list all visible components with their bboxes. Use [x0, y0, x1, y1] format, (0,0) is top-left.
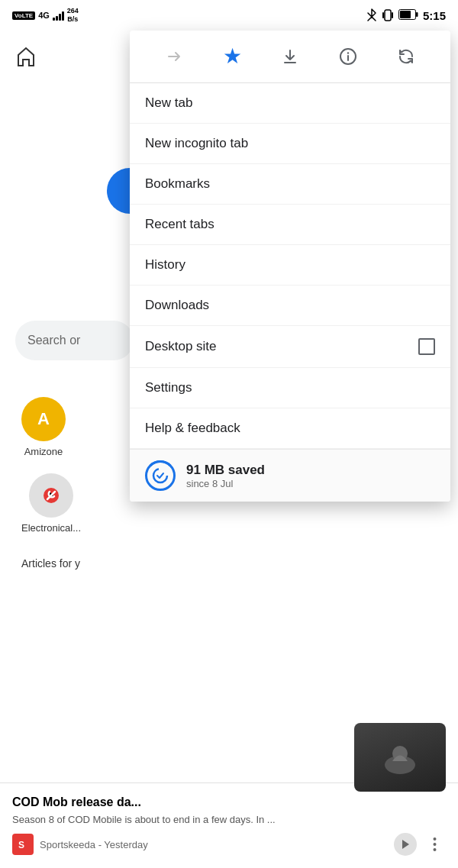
- downloads-label: Downloads: [145, 298, 209, 313]
- savings-icon: [145, 460, 176, 491]
- new-incognito-tab-label: New incognito tab: [145, 136, 248, 151]
- desktop-site-label: Desktop site: [145, 339, 217, 354]
- settings-label: Settings: [145, 380, 192, 395]
- svg-point-13: [433, 848, 436, 851]
- forward-icon: [166, 48, 182, 65]
- wrench-icon: [40, 484, 63, 507]
- more-dots-icon: [433, 837, 437, 852]
- amizone-letter: A: [37, 409, 50, 429]
- new-tab-label: New tab: [145, 95, 192, 111]
- article-image-placeholder: [377, 738, 423, 776]
- article-title: COD Mob release da...: [12, 795, 347, 809]
- svg-rect-2: [392, 12, 393, 18]
- app-shortcut-amizone[interactable]: A Amizone: [21, 397, 66, 457]
- menu-item-settings[interactable]: Settings: [130, 368, 450, 408]
- savings-amount: 91 MB saved: [186, 463, 265, 478]
- data-speed: 264B/s: [67, 7, 79, 24]
- source-name: Sportskeeda: [40, 839, 95, 850]
- volte-badge: VoLTE: [12, 11, 35, 20]
- article-description: Season 8 of COD Mobile is about to end i…: [12, 814, 347, 825]
- menu-item-bookmarks[interactable]: Bookmarks: [130, 164, 450, 205]
- history-label: History: [145, 257, 185, 273]
- browser-menu-dropdown: ★ New tab New incognito tab Bookmarks: [130, 31, 450, 502]
- savings-section: 91 MB saved since 8 Jul: [130, 449, 450, 502]
- electronical-icon: [29, 473, 73, 518]
- search-bar[interactable]: Search or: [15, 321, 134, 360]
- refresh-icon: [397, 47, 415, 66]
- electronical-label: Electronical...: [21, 522, 81, 534]
- recent-tabs-label: Recent tabs: [145, 217, 214, 232]
- refresh-button[interactable]: [392, 43, 420, 70]
- bookmark-button[interactable]: ★: [218, 43, 246, 70]
- svg-rect-1: [382, 12, 384, 18]
- bookmark-star-icon: ★: [223, 46, 242, 67]
- signal-bar-4: [62, 11, 64, 21]
- signal-bar-2: [56, 16, 58, 21]
- savings-check-icon: [152, 467, 169, 484]
- svg-point-12: [433, 843, 436, 846]
- time-display: 5:15: [423, 9, 446, 22]
- menu-item-new-tab[interactable]: New tab: [130, 83, 450, 124]
- signal-bars: [53, 10, 64, 21]
- svg-rect-5: [400, 11, 411, 18]
- play-button[interactable]: [394, 833, 417, 856]
- svg-point-17: [153, 469, 167, 482]
- menu-item-recent-tabs[interactable]: Recent tabs: [130, 205, 450, 245]
- bookmarks-label: Bookmarks: [145, 176, 210, 192]
- amizone-icon: A: [21, 397, 66, 441]
- app-shortcut-electronical[interactable]: Electronical...: [21, 473, 81, 534]
- desktop-site-checkbox[interactable]: [418, 338, 435, 355]
- battery-level: [398, 9, 418, 22]
- signal-bar-1: [53, 18, 55, 21]
- article-source: Sportskeeda - Yesterday: [40, 839, 388, 850]
- home-icon: [12, 43, 40, 70]
- status-bar: VoLTE 4G 264B/s 5:15: [0, 0, 458, 31]
- bluetooth-icon: [366, 8, 377, 22]
- status-left: VoLTE 4G 264B/s: [12, 7, 79, 24]
- article-image: [354, 723, 446, 792]
- article-card: COD Mob release da... Season 8 of COD Mo…: [0, 782, 458, 868]
- help-feedback-label: Help & feedback: [145, 421, 240, 436]
- svg-text:S: S: [18, 840, 24, 850]
- amizone-label: Amizone: [24, 446, 63, 457]
- article-time: Yesterday: [104, 839, 147, 850]
- savings-text: 91 MB saved since 8 Jul: [186, 463, 265, 489]
- vibrate-icon: [382, 8, 394, 22]
- menu-item-new-incognito-tab[interactable]: New incognito tab: [130, 124, 450, 164]
- menu-item-history[interactable]: History: [130, 245, 450, 286]
- more-options-button[interactable]: [423, 833, 446, 856]
- search-text: Search or: [27, 334, 80, 347]
- status-right: 5:15: [366, 8, 446, 22]
- menu-item-help-feedback[interactable]: Help & feedback: [130, 408, 450, 449]
- sportskeeda-logo: S: [12, 834, 34, 855]
- menu-item-downloads[interactable]: Downloads: [130, 286, 450, 326]
- svg-point-11: [433, 837, 436, 841]
- articles-heading: Articles for y: [21, 557, 80, 570]
- savings-date: since 8 Jul: [186, 478, 265, 489]
- play-icon: [401, 839, 410, 850]
- download-button[interactable]: [276, 43, 304, 70]
- battery-icon: [398, 9, 418, 20]
- svg-rect-4: [416, 12, 418, 17]
- forward-button[interactable]: [160, 43, 188, 70]
- info-button[interactable]: [334, 43, 362, 70]
- source-logo-icon: S: [16, 837, 30, 851]
- svg-point-16: [347, 52, 349, 53]
- menu-toolbar: ★: [130, 31, 450, 83]
- svg-rect-0: [385, 10, 391, 21]
- signal-bar-3: [59, 14, 61, 21]
- download-icon: [282, 48, 298, 65]
- menu-item-desktop-site[interactable]: Desktop site: [130, 326, 450, 368]
- article-footer: S Sportskeeda - Yesterday: [12, 833, 446, 856]
- info-icon: [339, 47, 357, 66]
- signal-4g: 4G: [38, 11, 50, 20]
